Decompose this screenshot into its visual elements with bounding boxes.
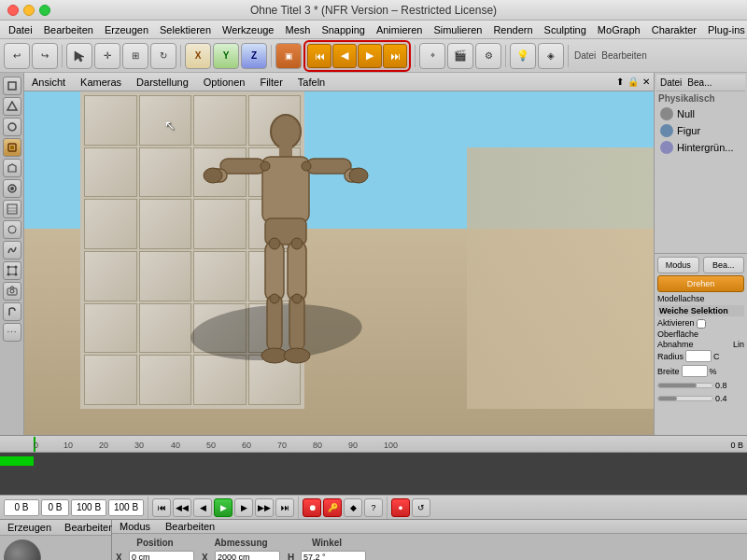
attrs-modus[interactable]: Modus — [116, 520, 154, 533]
menu-animieren[interactable]: Animieren — [372, 23, 428, 36]
autokey-btn[interactable]: 🔑 — [323, 498, 342, 517]
help-btn[interactable]: ? — [364, 498, 383, 517]
loop-btn[interactable]: ↺ — [412, 498, 430, 517]
attr-bea-btn[interactable]: Bea... — [703, 257, 745, 273]
attr-modus-btn[interactable]: Modus — [657, 257, 699, 273]
move-tool-button[interactable]: ✛ — [94, 43, 120, 69]
viewport-close-icon[interactable]: ✕ — [642, 77, 650, 87]
frame-start-input[interactable] — [4, 499, 39, 516]
left-btn-2[interactable] — [3, 97, 21, 116]
viewport-lock-icon[interactable]: 🔒 — [627, 77, 639, 87]
tab-datei[interactable]: Datei — [572, 50, 598, 61]
prev-key-btn[interactable]: ◀◀ — [173, 498, 191, 517]
maximize-button[interactable] — [39, 5, 50, 16]
tab-bearbeiten-toolbar[interactable]: Bearbeiten — [599, 50, 648, 61]
next-key-btn[interactable]: ▶▶ — [255, 498, 274, 517]
redo-button[interactable]: ↪ — [32, 43, 58, 69]
breite-input[interactable]: 50 — [682, 365, 708, 377]
x-axis-button[interactable]: X — [185, 43, 211, 69]
menu-mograph[interactable]: MoGraph — [593, 23, 645, 36]
left-btn-more[interactable]: ⋯ — [3, 323, 21, 342]
go-start-btn[interactable]: ⏮ — [152, 498, 171, 517]
motion-record-btn[interactable]: ● — [391, 498, 410, 517]
menu-werkzeuge[interactable]: Werkzeuge — [218, 23, 278, 36]
mat-bearbeiten[interactable]: Bearbeiten — [61, 521, 118, 534]
menu-bearbeiten[interactable]: Bearbeiten — [39, 23, 98, 36]
deformer-button[interactable]: ◈ — [538, 43, 564, 69]
viewport-tafeln[interactable]: Tafeln — [294, 76, 329, 89]
radius-input[interactable]: 100 — [685, 350, 712, 362]
menu-snapping[interactable]: Snapping — [317, 23, 370, 36]
scene-item-background[interactable]: Hintergrün... — [656, 139, 745, 156]
rotate-tool-button[interactable]: ↻ — [150, 43, 176, 69]
light-button[interactable]: 💡 — [510, 43, 536, 69]
close-button[interactable] — [7, 5, 19, 16]
viewport-filter[interactable]: Filter — [256, 76, 286, 89]
prev-frame-btn[interactable]: ◀ — [193, 498, 212, 517]
z-axis-button[interactable]: Z — [241, 43, 267, 69]
scene-item-figur[interactable]: Figur — [656, 122, 745, 139]
pos-x-input[interactable] — [129, 551, 194, 561]
viewport-optionen[interactable]: Optionen — [200, 76, 249, 89]
menu-simulieren[interactable]: Simulieren — [429, 23, 486, 36]
left-btn-bend[interactable] — [3, 302, 21, 321]
anim-prev-button[interactable]: ◀ — [332, 44, 357, 68]
frame-current-input[interactable] — [41, 499, 69, 516]
left-btn-4[interactable] — [3, 138, 21, 157]
scene-datei-tab[interactable]: Datei — [660, 77, 682, 88]
render-settings-button[interactable]: ⚙ — [475, 43, 501, 69]
viewport-canvas[interactable]: ↖ — [24, 91, 654, 435]
frame-max-input[interactable] — [108, 499, 144, 516]
left-btn-1[interactable] — [3, 77, 21, 95]
object-button[interactable]: ▣ — [275, 43, 302, 69]
y-axis-button[interactable]: Y — [213, 43, 239, 69]
play-btn[interactable]: ▶ — [214, 498, 233, 517]
menu-selektieren[interactable]: Selektieren — [155, 23, 216, 36]
slider-2-track[interactable] — [657, 396, 713, 401]
viewport-expand-icon[interactable]: ⬆ — [616, 77, 624, 87]
anim-play-button[interactable]: ▶ — [358, 44, 382, 68]
left-btn-texture[interactable] — [3, 200, 21, 218]
anim-next-button[interactable]: ⏭ — [383, 44, 407, 68]
drehen-btn[interactable]: Drehen — [657, 275, 744, 292]
left-btn-3[interactable] — [3, 118, 21, 136]
frame-end-input[interactable] — [71, 499, 106, 516]
attrs-bearbeiten[interactable]: Bearbeiten — [162, 520, 218, 533]
left-btn-camera[interactable] — [3, 282, 21, 301]
menu-datei[interactable]: Datei — [4, 23, 37, 36]
viewport-kameras[interactable]: Kameras — [77, 76, 125, 89]
left-btn-6[interactable] — [3, 179, 21, 198]
left-btn-5[interactable] — [3, 159, 21, 177]
scene-bearbeiten-tab[interactable]: Bea... — [687, 77, 712, 88]
next-frame-btn[interactable]: ▶ — [234, 498, 253, 517]
render-button[interactable]: 🎬 — [447, 43, 473, 69]
menu-rendern[interactable]: Rendern — [488, 23, 537, 36]
anim-record-button[interactable]: ⏮ — [307, 44, 331, 68]
record-btn[interactable]: ⏺ — [303, 498, 321, 517]
left-btn-deform[interactable] — [3, 261, 21, 280]
minimize-button[interactable] — [23, 5, 35, 16]
go-end-btn[interactable]: ⏭ — [275, 498, 294, 517]
menu-plugins[interactable]: Plug-ins — [703, 23, 747, 36]
menu-sculpting[interactable]: Sculpting — [540, 23, 591, 36]
render-region-button[interactable]: ⌖ — [419, 43, 445, 69]
menu-mesh[interactable]: Mesh — [280, 23, 315, 36]
scale-tool-button[interactable]: ⊞ — [122, 43, 148, 69]
material-preview[interactable] — [4, 539, 41, 560]
undo-button[interactable]: ↩ — [4, 43, 30, 69]
menu-charakter[interactable]: Charakter — [647, 23, 701, 36]
viewport-darstellung[interactable]: Darstellung — [133, 76, 192, 89]
keyframe-btn[interactable]: ◆ — [344, 498, 362, 517]
win-h-input[interactable] — [301, 551, 366, 561]
menu-erzeugen[interactable]: Erzeugen — [100, 23, 153, 36]
left-btn-render[interactable] — [3, 220, 21, 239]
timeline-track[interactable] — [0, 453, 747, 495]
scene-item-null[interactable]: Null — [656, 105, 745, 122]
abm-x-input[interactable] — [215, 551, 280, 561]
slider-1-track[interactable] — [657, 383, 713, 388]
viewport-ansicht[interactable]: Ansicht — [28, 76, 69, 89]
aktivieren-checkbox[interactable] — [697, 319, 706, 329]
select-tool-button[interactable] — [66, 43, 92, 69]
left-btn-spline[interactable] — [3, 241, 21, 259]
mat-erzeugen[interactable]: Erzeugen — [4, 521, 55, 534]
